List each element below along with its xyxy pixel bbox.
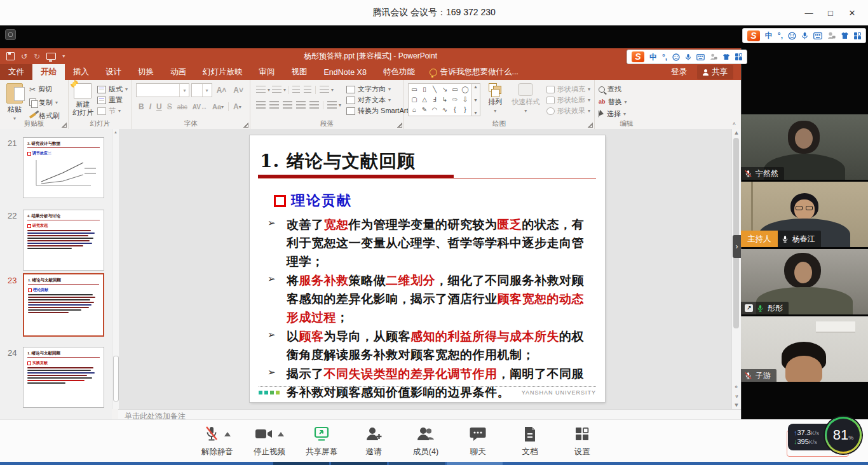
grow-font-button[interactable]: A˄ — [214, 84, 229, 96]
unmute-button[interactable]: 解除静音 — [201, 426, 234, 457]
slide-scrollbar[interactable]: ▲ « « ▼ — [731, 129, 741, 409]
thumbnail-scrollbar[interactable]: ▲ — [112, 129, 119, 409]
docs-button[interactable]: 文档 — [513, 426, 546, 457]
distribute-icon[interactable] — [309, 101, 319, 109]
layout-button[interactable]: 版式▾ — [97, 84, 128, 95]
ime-voice-icon[interactable] — [685, 53, 691, 61]
char-spacing-button[interactable]: AV↔ — [190, 101, 210, 112]
align-text-button[interactable]: 对齐文本▾ — [346, 95, 413, 105]
line-spacing-icon[interactable] — [320, 86, 329, 94]
shape-outline-button[interactable]: 形状轮廓▾ — [546, 95, 590, 105]
collapse-ribbon-icon[interactable]: ˄ — [733, 121, 736, 127]
ime-account-icon[interactable] — [710, 53, 717, 60]
dialog-launcher-icon[interactable] — [62, 123, 67, 128]
scroll-up-icon[interactable]: ▲ — [732, 130, 741, 135]
sogou-logo-icon[interactable]: S — [632, 51, 644, 62]
close-button[interactable]: ✕ — [841, 0, 863, 25]
slide-thumbnail-24[interactable]: 1. 绪论与文献回顾 实践贡献 — [23, 347, 104, 408]
shape-gallery[interactable]: ▭▯╲↘▭◯ ▢△Ⅎ↳⇨⇩ ⌂✎◠∿{} — [408, 83, 471, 116]
chat-button[interactable]: 聊天 — [461, 426, 494, 457]
undo-icon[interactable]: ↺ — [21, 52, 27, 61]
cut-button[interactable]: ✂剪切 — [29, 84, 60, 95]
text-direction-button[interactable]: 文字方向▾ — [346, 84, 413, 95]
italic-button[interactable]: I — [147, 101, 154, 112]
tab-insert[interactable]: 插入 — [65, 64, 97, 80]
previous-slide-icon[interactable]: « — [732, 384, 741, 390]
columns-icon[interactable] — [327, 101, 337, 109]
shape-fill-button[interactable]: 形状填充▾ — [546, 84, 590, 95]
invite-button[interactable]: 邀请 — [357, 426, 390, 457]
shape-gallery-scroll[interactable]: ▲▼▼ — [471, 83, 480, 116]
slide-thumbnail-23-selected[interactable]: 1. 绪论与文献回顾 理论贡献 — [23, 273, 104, 337]
save-icon[interactable] — [6, 52, 15, 60]
smartart-button[interactable]: 转换为 SmartArt▾ — [346, 105, 413, 116]
font-size-combo[interactable]: ▾ — [191, 83, 212, 97]
video-tile-yangchunjiang[interactable]: 主持人 杨春江 — [741, 182, 868, 247]
scroll-down-icon[interactable]: ▼ — [732, 403, 741, 408]
tab-slideshow[interactable]: 幻灯片放映 — [194, 64, 251, 80]
replace-button[interactable]: ab替换▾ — [599, 97, 654, 107]
ime-punctuation-icon[interactable]: °, — [662, 53, 667, 61]
taskbar-window-segment[interactable] — [389, 462, 445, 465]
align-left-icon[interactable] — [256, 101, 266, 109]
font-color-button[interactable]: A▾ — [231, 101, 244, 112]
video-tile-ziyou[interactable]: 子游 — [741, 316, 868, 382]
camera-options-caret-icon[interactable] — [278, 432, 284, 436]
login-button[interactable]: 登录 — [671, 67, 687, 78]
tab-endnote[interactable]: EndNote X8 — [316, 64, 375, 80]
scrollbar-thumb[interactable] — [113, 356, 119, 401]
ime-emoji-icon[interactable] — [672, 53, 680, 61]
current-slide[interactable]: 1. 绪论与文献回顾 理论贡献 ➢ 改善了宽恕作为管理学变量的研究较为匮乏的状态… — [250, 135, 605, 402]
customize-qat-icon[interactable]: ▾ — [62, 53, 65, 59]
strikethrough-button[interactable]: S — [165, 101, 175, 112]
find-button[interactable]: 查找 — [599, 84, 654, 95]
ime-toolbar-floating[interactable]: S 中 °, — [627, 50, 747, 64]
maximize-button[interactable]: □ — [820, 0, 841, 25]
dialog-launcher-icon[interactable] — [397, 123, 402, 128]
taskbar-window-segment[interactable] — [331, 462, 387, 465]
paste-button[interactable]: 粘贴▾ — [4, 83, 25, 122]
taskbar-window-segment[interactable] — [447, 462, 503, 465]
tab-special-features[interactable]: 特色功能 — [375, 64, 423, 80]
numbering-icon[interactable] — [272, 86, 281, 94]
dialog-launcher-icon[interactable] — [243, 123, 248, 128]
tab-transitions[interactable]: 切换 — [130, 64, 162, 80]
bold-button[interactable]: B — [136, 101, 147, 112]
video-tile-ningranran[interactable]: 宁然然 — [741, 114, 868, 180]
windows-taskbar-sliver[interactable] — [0, 462, 868, 465]
video-tile-tongtong[interactable]: ↗ 彤彤 — [741, 249, 868, 314]
share-button[interactable]: 共享 — [697, 65, 733, 79]
align-right-icon[interactable] — [283, 101, 292, 109]
arrange-button[interactable]: 排列▾ — [485, 83, 505, 114]
decrease-indent-icon[interactable] — [292, 86, 300, 94]
panel-collapse-icon[interactable]: › — [733, 235, 741, 258]
tab-animations[interactable]: 动画 — [162, 64, 194, 80]
minimize-button[interactable]: — — [798, 0, 820, 25]
stop-video-button[interactable]: 停止视频 — [253, 426, 286, 457]
settings-button[interactable]: 设置 — [566, 426, 599, 457]
align-center-icon[interactable] — [269, 101, 279, 109]
ime-keyboard-icon[interactable] — [696, 54, 705, 60]
next-slide-icon[interactable]: « — [732, 393, 741, 400]
tab-review[interactable]: 审阅 — [251, 64, 283, 80]
scrollbar-thumb[interactable] — [733, 138, 739, 328]
underline-button[interactable]: U — [154, 101, 165, 112]
copy-button[interactable]: 复制▾ — [29, 97, 60, 108]
change-case-button[interactable]: Aa▾ — [210, 101, 226, 112]
slide-thumbnail-22[interactable]: 4. 结果分析与讨论 研究发现 — [23, 210, 104, 271]
section-button[interactable]: 节▾ — [97, 105, 128, 116]
new-slide-button[interactable]: 新建 幻灯片 — [72, 83, 93, 117]
share-screen-button[interactable]: 共享屏幕 — [305, 426, 338, 457]
members-button[interactable]: 成员(4) — [409, 426, 442, 457]
ime-skin-icon[interactable] — [722, 53, 730, 60]
shape-effects-button[interactable]: 形状效果▾ — [546, 105, 590, 116]
justify-icon[interactable] — [296, 101, 306, 109]
tab-view[interactable]: 视图 — [283, 64, 316, 80]
dialog-launcher-icon[interactable] — [588, 123, 593, 128]
notes-pane[interactable]: 单击此处添加备注 — [118, 409, 741, 419]
redo-icon[interactable]: ↻ — [34, 52, 40, 61]
shrink-font-button[interactable]: A˅ — [231, 84, 246, 96]
bullets-icon[interactable] — [256, 86, 266, 94]
quick-styles-button[interactable]: 快速样式▾ — [510, 83, 541, 114]
tab-design[interactable]: 设计 — [97, 64, 130, 80]
